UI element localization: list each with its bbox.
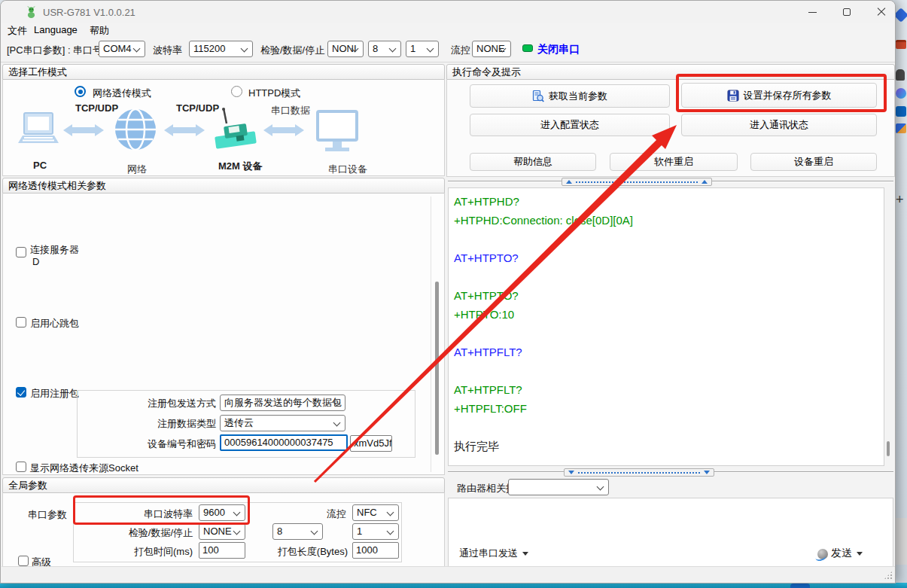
help-info-label: 帮助信息 [513, 155, 552, 169]
maximize-button[interactable] [835, 5, 859, 20]
send-icon [817, 549, 828, 559]
databits-select[interactable]: 8 [368, 41, 401, 57]
menu-file[interactable]: 文件 [8, 24, 27, 38]
link3-label: 串口数据 [271, 104, 310, 117]
g-flow-select[interactable]: NFC [352, 504, 399, 521]
parity-label: 检验/数据/停止 [260, 44, 324, 57]
work-mode-box: 网络透传模式 HTTPD模式 [2, 80, 445, 176]
get-params-icon [532, 90, 544, 102]
serial-device-label: 串口设备 [328, 163, 367, 176]
send-via-serial-menu[interactable]: 通过串口发送 [459, 547, 528, 560]
enter-comm-button[interactable]: 进入通讯状态 [681, 114, 877, 136]
pack-time-input[interactable]: 100 [199, 542, 245, 559]
top-splitter-handle[interactable] [562, 178, 712, 186]
desktop-icon-outlook [896, 106, 906, 117]
g-parity-select[interactable]: NONE [199, 523, 245, 540]
send-box[interactable]: 通过串口发送 发送 [448, 498, 893, 567]
network-globe-icon [115, 109, 156, 150]
pack-len-label: 打包长度(Bytes) [251, 545, 348, 559]
device-restart-label: 设备重启 [794, 155, 833, 169]
net-params-box: 连接服务器 D 启用心跳包 启用注册包 注册包发送方式 向服务器发送的每个数据包… [2, 193, 445, 475]
log-line [454, 230, 884, 248]
reg-send-mode-label: 注册包发送方式 [78, 397, 216, 410]
menu-language[interactable]: Language [34, 24, 78, 35]
net-params-scroll-track [431, 197, 431, 472]
g-stopbits-select[interactable]: 1 [352, 523, 399, 540]
log-scrollbar[interactable] [887, 441, 890, 456]
link3-arrow-icon [263, 124, 304, 136]
show-socket-checkbox[interactable] [16, 462, 26, 472]
pc-icon [18, 113, 59, 143]
global-params-header: 全局参数 [2, 477, 445, 493]
register-packet-checkbox[interactable] [16, 387, 26, 398]
get-params-label: 获取当前参数 [549, 90, 607, 103]
com-port-select[interactable]: COM4 [99, 41, 145, 57]
baud-select[interactable]: 115200 [189, 41, 253, 57]
get-params-button[interactable]: 获取当前参数 [470, 84, 670, 108]
log-output[interactable]: AT+HTPHD?+HTPHD:Connection: close[0D][0A… [448, 187, 884, 466]
app-icon [25, 6, 38, 19]
g-databits-select[interactable]: 8 [272, 523, 323, 540]
pack-len-input[interactable]: 1000 [352, 542, 399, 559]
desktop-icon-toolbox [896, 40, 906, 49]
net-params-scrollbar[interactable] [435, 282, 439, 455]
close-button[interactable] [869, 5, 893, 20]
heartbeat-label: 启用心跳包 [30, 317, 79, 331]
radio-httpd-label: HTTPD模式 [248, 87, 300, 100]
serial-device-icon [318, 111, 357, 151]
device-id-input[interactable]: 00059614000000037475 [220, 434, 348, 451]
commands-box: 获取当前参数 设置并保存所有参数 进入配置状态 进入通讯状态 帮助信息 软件重启… [446, 80, 895, 177]
connect-server-checkbox[interactable] [16, 247, 26, 257]
desktop-window-edge [894, 518, 907, 565]
radio-net-transparent-label: 网络透传模式 [93, 87, 151, 100]
advanced-checkbox[interactable] [18, 556, 29, 566]
log-line: AT+HTPFLT? [454, 380, 884, 399]
close-serial-link[interactable]: 关闭串口 [537, 43, 580, 56]
serial-params-label: 串口参数 [26, 508, 67, 522]
set-save-params-label: 设置并保存所有参数 [744, 89, 832, 102]
set-save-params-button[interactable]: 设置并保存所有参数 [681, 83, 877, 108]
baud-label: 波特率 [153, 44, 182, 57]
pc-serial-toolbar: [PC串口参数] : 串口号 COM4 波特率 115200 检验/数据/停止 … [1, 37, 895, 62]
g-baud-select[interactable]: 9600 [199, 504, 245, 521]
log-line: AT+HTPHD? [454, 192, 884, 211]
log-line [454, 361, 884, 380]
splitter-up-icon [702, 180, 708, 184]
router-cmd-select[interactable] [508, 479, 609, 495]
status-bar [2, 566, 895, 582]
device-restart-button[interactable]: 设备重启 [750, 153, 877, 171]
g-parity-label: 检验/数据/停止 [78, 526, 193, 540]
minimize-button[interactable] [800, 5, 824, 20]
radio-net-transparent-mode[interactable] [75, 86, 86, 97]
mode-diagram [11, 107, 364, 161]
resize-grip[interactable] [884, 571, 893, 580]
flow-select[interactable]: NONE [472, 41, 511, 57]
pack-time-label: 打包时间(ms) [78, 545, 193, 559]
soft-restart-label: 软件重启 [654, 155, 693, 169]
reg-send-mode-select[interactable]: 向服务器发送的每个数据包 [220, 395, 345, 411]
enter-config-button[interactable]: 进入配置状态 [470, 114, 670, 136]
splitter-down-icon [568, 471, 574, 474]
log-line: AT+HTPFLT? [454, 343, 884, 361]
stopbits-select[interactable]: 1 [406, 41, 439, 57]
heartbeat-checkbox[interactable] [16, 317, 26, 328]
bottom-splitter-handle[interactable] [564, 468, 714, 477]
menu-help[interactable]: 帮助 [90, 24, 109, 38]
link2-arrow-icon [164, 124, 205, 136]
send-button[interactable]: 发送 [831, 547, 863, 560]
radio-httpd-mode[interactable] [231, 86, 242, 97]
help-info-button[interactable]: 帮助信息 [470, 153, 596, 171]
parity-select[interactable]: NONI [327, 41, 364, 57]
device-id-label: 设备编号和密码 [78, 437, 216, 451]
desktop-strip: + [894, 0, 907, 588]
reg-data-type-select[interactable]: 透传云 [220, 415, 345, 431]
reg-data-type-label: 注册数据类型 [78, 417, 216, 431]
device-password-input[interactable]: xmVd5Jf( [350, 435, 392, 452]
menu-bar: 文件 Language 帮助 [1, 23, 895, 37]
close-icon [877, 8, 886, 17]
link1-arrow-icon [63, 124, 104, 136]
network-label: 网络 [127, 163, 147, 176]
caret-down-icon [522, 552, 528, 556]
log-line: AT+HTPTO? [454, 248, 884, 267]
soft-restart-button[interactable]: 软件重启 [610, 153, 738, 171]
